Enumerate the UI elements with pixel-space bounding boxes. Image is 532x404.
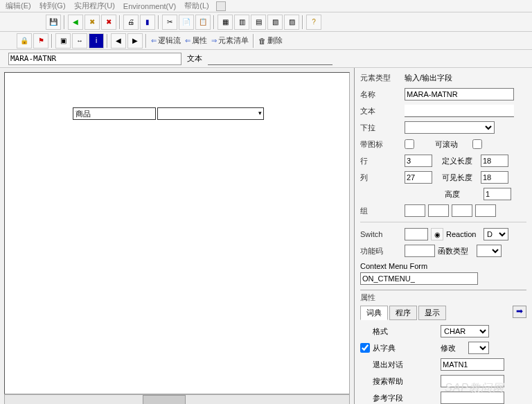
menu-help[interactable]: 帮助(L) xyxy=(180,1,213,11)
element-list-button[interactable]: ⇒元素清单 xyxy=(210,35,250,46)
withicon-label: 带图标 xyxy=(360,139,402,150)
vislen-input[interactable] xyxy=(481,171,508,184)
text-prop-label: 文本 xyxy=(360,106,402,116)
scrollable-checkbox[interactable] xyxy=(472,139,482,149)
flag-icon[interactable]: ⚑ xyxy=(33,33,48,49)
ctxmenu-input[interactable] xyxy=(360,272,478,285)
lock-icon[interactable]: 🔒 xyxy=(17,33,32,49)
group4-input[interactable] xyxy=(475,204,496,217)
f4-help-icon[interactable]: ▾ xyxy=(258,109,262,116)
modify-label: 修改 xyxy=(441,343,466,353)
height-label: 高度 xyxy=(445,189,481,200)
tool2-icon[interactable]: ▥ xyxy=(234,15,249,30)
cancel-icon[interactable]: ✖ xyxy=(101,15,116,30)
horizontal-scrollbar[interactable] xyxy=(4,394,350,404)
format-select[interactable]: CHAR xyxy=(441,325,489,337)
fromdict-label: 从字典 xyxy=(373,343,417,353)
menu-bar: 编辑(E) 转到(G) 实用程序(U) Environment(V) 帮助(L) xyxy=(0,0,532,12)
ftype-select[interactable] xyxy=(477,245,502,257)
field-label: 商品 xyxy=(73,107,156,120)
scrollable-label: 可滚动 xyxy=(435,139,470,150)
searchhelp-input[interactable] xyxy=(441,375,504,387)
reffield-input[interactable] xyxy=(441,392,504,404)
element-type-value: 输入/输出字段 xyxy=(405,73,452,83)
canvas-field-matnr[interactable]: 商品 ▾ xyxy=(73,107,264,120)
switch-input[interactable] xyxy=(405,228,428,240)
paste-icon[interactable]: 📋 xyxy=(195,15,211,30)
tab-disp[interactable]: 显示 xyxy=(418,306,446,320)
fcode-input[interactable] xyxy=(405,245,435,257)
searchhelp-label: 搜索帮助 xyxy=(373,376,417,387)
screen-canvas[interactable]: 商品 ▾ xyxy=(4,72,350,394)
reffield-label: 参考字段 xyxy=(373,393,417,403)
print-icon[interactable]: 🖨 xyxy=(123,15,139,30)
properties-panel: 元素类型输入/输出字段 名称 文本 下拉 带图标 可滚动 行 定义长度 列 可见… xyxy=(355,68,532,404)
element-name-input[interactable] xyxy=(8,53,181,65)
logic-flow-button[interactable]: ⇐逻辑流 xyxy=(150,35,182,46)
find-icon[interactable]: ▮ xyxy=(140,15,155,30)
switch-help-icon[interactable]: ◉ xyxy=(431,228,443,240)
group3-input[interactable] xyxy=(452,204,472,217)
back-icon[interactable]: ◀ xyxy=(68,15,83,30)
exitdialog-label: 退出对话 xyxy=(373,360,417,370)
attrs-header: 属性 xyxy=(360,290,526,303)
arrow-right-icon[interactable]: ➡ xyxy=(513,306,526,318)
attributes-button[interactable]: ⇐属性 xyxy=(184,35,209,46)
menu-marker-icon xyxy=(216,1,226,11)
menu-goto[interactable]: 转到(G) xyxy=(35,1,70,11)
dropdown-select[interactable] xyxy=(405,121,495,134)
toolbar-second: 🔒 ⚑ ▣ ↔ i ◀ ▶ ⇐逻辑流 ⇐属性 ⇒元素清单 🗑删除 xyxy=(0,32,532,50)
save-icon[interactable]: 💾 xyxy=(46,15,61,30)
deflen-label: 定义长度 xyxy=(442,156,478,166)
menu-util[interactable]: 实用程序(U) xyxy=(70,1,119,11)
next-icon[interactable]: ▶ xyxy=(127,33,143,49)
exitdialog-input[interactable] xyxy=(441,358,504,371)
help-icon[interactable]: ? xyxy=(306,15,321,30)
group1-input[interactable] xyxy=(405,204,425,217)
group-label: 组 xyxy=(360,206,402,216)
exit-icon[interactable]: ✖ xyxy=(85,15,100,30)
row-input[interactable] xyxy=(405,155,432,167)
col-label: 列 xyxy=(360,173,402,183)
reaction-label: Reaction xyxy=(446,230,481,238)
switch-label: Switch xyxy=(360,230,402,238)
menu-env[interactable]: Environment(V) xyxy=(119,2,180,10)
tab-dict[interactable]: 词典 xyxy=(360,306,388,320)
tool5-icon[interactable]: ▨ xyxy=(284,15,299,30)
tool4-icon[interactable]: ▧ xyxy=(267,15,283,30)
reaction-select[interactable]: D xyxy=(484,228,508,240)
info-icon[interactable]: i xyxy=(89,33,104,49)
row-label: 行 xyxy=(360,156,402,166)
element-text-input[interactable] xyxy=(208,53,332,65)
display-icon[interactable]: ▣ xyxy=(55,33,71,49)
group2-input[interactable] xyxy=(428,204,449,217)
deflen-input[interactable] xyxy=(481,155,508,167)
field-input[interactable]: ▾ xyxy=(157,107,264,120)
text-prop-input[interactable] xyxy=(405,105,514,117)
designer-header: 文本 xyxy=(0,50,532,68)
element-type-label: 元素类型 xyxy=(360,73,402,83)
text-label: 文本 xyxy=(187,53,202,64)
modify-select[interactable] xyxy=(468,342,489,354)
tool1-icon[interactable]: ▦ xyxy=(218,15,233,30)
withicon-checkbox[interactable] xyxy=(405,139,414,149)
name-input[interactable] xyxy=(405,88,514,100)
fcode-label: 功能码 xyxy=(360,246,402,256)
height-input[interactable] xyxy=(484,188,511,200)
cut-icon[interactable]: ✂ xyxy=(162,15,177,30)
copy-icon[interactable]: 📄 xyxy=(179,15,194,30)
other-icon[interactable]: ↔ xyxy=(72,33,87,49)
tab-prog[interactable]: 程序 xyxy=(389,306,417,320)
col-input[interactable] xyxy=(405,171,432,184)
format-label: 格式 xyxy=(373,326,417,337)
name-label: 名称 xyxy=(360,89,402,100)
ftype-label: 函数类型 xyxy=(438,246,474,256)
prev-icon[interactable]: ◀ xyxy=(111,33,126,49)
menu-edit[interactable]: 编辑(E) xyxy=(1,1,35,11)
ctxmenu-label: Context Menu Form xyxy=(360,262,526,270)
delete-button[interactable]: 🗑删除 xyxy=(257,35,284,46)
vislen-label: 可见长度 xyxy=(442,173,478,183)
fromdict-checkbox[interactable] xyxy=(360,343,370,353)
tool3-icon[interactable]: ▤ xyxy=(251,15,266,30)
canvas-area: 商品 ▾ 活动的 xyxy=(0,68,355,404)
